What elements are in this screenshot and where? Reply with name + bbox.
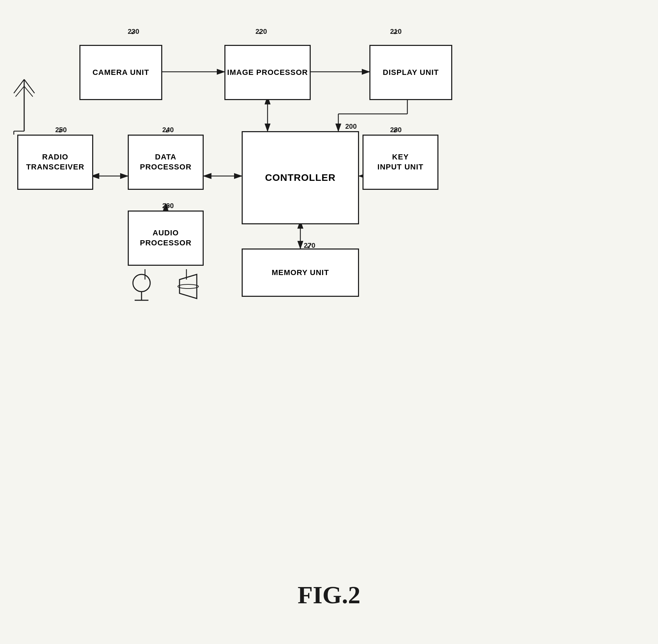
diagram: 230 ↙ CAMERA UNIT 220 ↙ IMAGE PROCESSOR …: [28, 21, 632, 573]
svg-line-21: [24, 79, 35, 93]
svg-point-31: [178, 284, 199, 289]
speaker-icon: [176, 273, 200, 305]
ref-250-label: 250 ↙: [55, 126, 64, 134]
connection-arrows: [28, 21, 632, 573]
audio-processor-block: AUDIO PROCESSOR: [128, 211, 204, 266]
microphone-icon: [129, 273, 154, 305]
image-processor-block: IMAGE PROCESSOR: [224, 45, 311, 100]
radio-transceiver-block: RADIO TRANSCEIVER: [17, 135, 93, 190]
memory-unit-block: MEMORY UNIT: [242, 248, 359, 297]
ref-220-label: 220 ↙: [255, 28, 264, 36]
data-processor-block: DATA PROCESSOR: [128, 135, 204, 190]
antenna-icon: [10, 72, 38, 136]
display-unit-block: DISPLAY UNIT: [369, 45, 452, 100]
svg-point-26: [133, 274, 150, 292]
key-input-unit-block: KEY INPUT UNIT: [362, 135, 438, 190]
controller-block: CONTROLLER: [242, 131, 359, 224]
ref-280-label: 280 ↙: [390, 126, 399, 134]
ref-210-label: 210 ↙: [390, 28, 399, 36]
svg-line-20: [14, 79, 24, 93]
ref-240-label: 240 ↙: [162, 126, 171, 134]
figure-label: FIG.2: [298, 581, 360, 609]
svg-line-22: [16, 86, 24, 97]
camera-unit-block: CAMERA UNIT: [79, 45, 162, 100]
ref-260-label: 260 ↙: [162, 202, 171, 210]
svg-line-23: [24, 86, 33, 97]
svg-marker-29: [180, 274, 197, 299]
ref-230-label: 230 ↙: [128, 28, 136, 36]
